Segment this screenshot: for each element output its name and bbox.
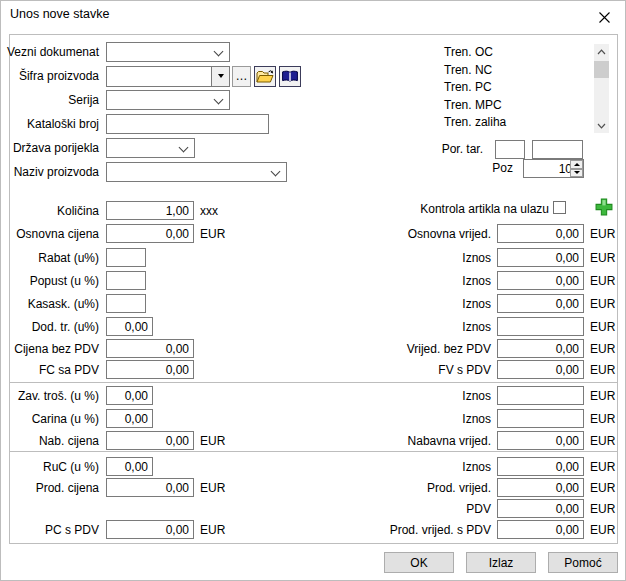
zav-tros-row: Zav. troš. (u %) bbox=[5, 386, 153, 405]
iznos-label: Iznos bbox=[341, 460, 491, 474]
ruc-input[interactable] bbox=[106, 457, 153, 476]
izlaz-button[interactable]: Izlaz bbox=[466, 552, 536, 573]
iznos-label: Iznos bbox=[341, 412, 491, 426]
nabavna-vrijed-input[interactable] bbox=[497, 431, 584, 450]
scroll-down-button[interactable] bbox=[594, 118, 609, 133]
prod-vrijed-s-pdv-input[interactable] bbox=[497, 520, 584, 539]
carina-input[interactable] bbox=[106, 409, 153, 428]
serija-combo[interactable] bbox=[106, 90, 230, 110]
osnovna-vrijed-input[interactable] bbox=[497, 224, 584, 243]
currency-suffix: EUR bbox=[590, 274, 615, 288]
chevron-down-icon bbox=[271, 167, 281, 177]
triangle-down-icon bbox=[218, 74, 224, 78]
ruc-row: RuC (u %) bbox=[5, 457, 153, 476]
tren-list-scrollbar[interactable] bbox=[594, 44, 609, 133]
close-icon bbox=[598, 11, 611, 24]
vezni-dokumenat-combo[interactable] bbox=[106, 42, 230, 62]
kataloski-broj-row: Kataloški broj bbox=[5, 114, 269, 134]
kataloski-broj-input[interactable] bbox=[106, 114, 269, 134]
drzava-porijekla-combo[interactable] bbox=[106, 138, 195, 158]
poz-input[interactable] bbox=[524, 160, 574, 177]
iznos-input[interactable] bbox=[497, 271, 584, 290]
kasask-row: Kasask. (u%) bbox=[5, 294, 146, 313]
popust-row: Popust (u %) bbox=[5, 271, 146, 290]
chevron-up-icon bbox=[597, 49, 606, 55]
chevron-down-icon bbox=[597, 123, 606, 129]
open-folder-button[interactable] bbox=[254, 66, 276, 87]
pc-s-pdv-label: PC s PDV bbox=[5, 523, 99, 537]
ok-button[interactable]: OK bbox=[384, 552, 454, 573]
zav-tros-input[interactable] bbox=[106, 386, 153, 405]
iznos-input[interactable] bbox=[497, 248, 584, 267]
fv-s-pdv-label: FV s PDV bbox=[341, 363, 491, 377]
currency-suffix: EUR bbox=[200, 227, 225, 241]
add-item-button[interactable] bbox=[594, 198, 613, 217]
close-button[interactable] bbox=[595, 8, 613, 26]
currency-suffix: EUR bbox=[590, 389, 615, 403]
list-item: Tren. OC bbox=[444, 44, 506, 62]
por-tar-input-2[interactable] bbox=[532, 140, 583, 159]
fc-sa-pdv-input[interactable] bbox=[106, 360, 194, 379]
rabat-input[interactable] bbox=[106, 248, 146, 267]
iznos-input[interactable] bbox=[497, 317, 584, 336]
iznos-input[interactable] bbox=[497, 457, 584, 476]
vrijed-bez-pdv-input[interactable] bbox=[497, 339, 584, 358]
scrollbar-thumb[interactable] bbox=[594, 61, 609, 78]
pc-s-pdv-input[interactable] bbox=[106, 520, 194, 539]
por-tar-input-1[interactable] bbox=[495, 140, 525, 159]
dropdown-button[interactable] bbox=[211, 67, 229, 86]
sifra-proizvoda-combo[interactable] bbox=[106, 66, 230, 87]
currency-suffix: EUR bbox=[590, 481, 615, 495]
dialog-title: Unos nove stavke bbox=[10, 7, 109, 21]
iznos-row: Iznos EUR bbox=[341, 317, 615, 336]
kolicina-row: Količina xxx bbox=[5, 201, 218, 220]
currency-suffix: EUR bbox=[590, 434, 615, 448]
spin-up-button[interactable] bbox=[570, 160, 583, 169]
kolicina-input[interactable] bbox=[106, 201, 194, 220]
chevron-down-icon bbox=[214, 47, 224, 57]
prod-vrijed-input[interactable] bbox=[497, 478, 584, 497]
iznos-label: Iznos bbox=[341, 320, 491, 334]
list-item: Tren. PC bbox=[444, 79, 506, 97]
prod-cijena-input[interactable] bbox=[106, 478, 194, 497]
iznos-input[interactable] bbox=[497, 386, 584, 405]
naziv-proizvoda-combo[interactable] bbox=[106, 162, 287, 182]
osnovna-cijena-row: Osnovna cijena EUR bbox=[5, 224, 225, 243]
iznos-input[interactable] bbox=[497, 409, 584, 428]
kasask-label: Kasask. (u%) bbox=[5, 297, 99, 311]
tren-list: Tren. OC Tren. NC Tren. PC Tren. MPC Tre… bbox=[444, 44, 506, 132]
poz-spinner[interactable] bbox=[523, 159, 584, 178]
cijena-bez-pdv-input[interactable] bbox=[106, 339, 194, 358]
fv-s-pdv-input[interactable] bbox=[497, 360, 584, 379]
kasask-input[interactable] bbox=[106, 294, 146, 313]
pdv-input[interactable] bbox=[497, 499, 584, 518]
currency-suffix: EUR bbox=[590, 460, 615, 474]
drzava-porijekla-label: Država porijekla bbox=[5, 141, 99, 155]
browse-more-button[interactable]: … bbox=[232, 66, 251, 87]
dod-tr-input[interactable] bbox=[106, 317, 153, 336]
sifra-proizvoda-row: Šifra proizvoda … bbox=[5, 66, 301, 86]
spin-down-button[interactable] bbox=[570, 169, 583, 178]
unos-nove-stavke-dialog: Unos nove stavke Vezni dokumenat Šifra p… bbox=[0, 0, 626, 581]
iznos-input[interactable] bbox=[497, 294, 584, 313]
nab-cijena-input[interactable] bbox=[106, 431, 194, 450]
prod-vrijed-label: Prod. vrijed. bbox=[341, 481, 491, 495]
prod-cijena-label: Prod. cijena bbox=[5, 481, 99, 495]
plus-icon bbox=[595, 198, 613, 216]
iznos-label: Iznos bbox=[341, 251, 491, 265]
drzava-porijekla-row: Država porijekla bbox=[5, 138, 195, 158]
catalog-book-button[interactable] bbox=[279, 66, 301, 87]
naziv-proizvoda-label: Naziv proizvoda bbox=[5, 165, 99, 179]
prod-vrijed-s-pdv-label: Prod. vrijed. s PDV bbox=[341, 523, 491, 537]
pomoc-button[interactable]: Pomoć bbox=[548, 552, 618, 573]
osnovna-vrijed-label: Osnovna vrijed. bbox=[341, 227, 491, 241]
currency-suffix: EUR bbox=[590, 297, 615, 311]
ruc-label: RuC (u %) bbox=[5, 460, 99, 474]
popust-input[interactable] bbox=[106, 271, 146, 290]
triangle-down-icon bbox=[574, 171, 580, 174]
osnovna-cijena-input[interactable] bbox=[106, 224, 194, 243]
scroll-up-button[interactable] bbox=[594, 44, 609, 59]
rabat-label: Rabat (u%) bbox=[5, 251, 99, 265]
kontrola-artikla-checkbox[interactable] bbox=[553, 201, 566, 214]
nab-cijena-label: Nab. cijena bbox=[5, 434, 99, 448]
